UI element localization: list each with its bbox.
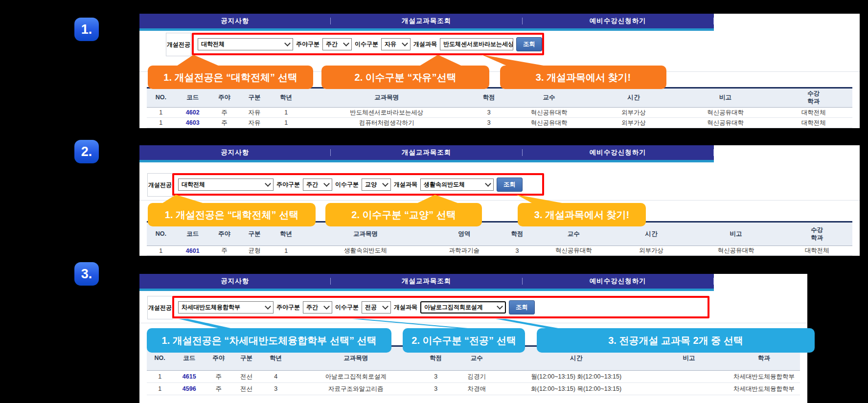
selected-option: 반도체센서로바라보는세상 [443, 40, 513, 48]
chevron-down-icon [265, 180, 271, 187]
search-button[interactable]: 조회 [516, 37, 542, 51]
tab-notices[interactable]: 공지사항 [139, 274, 330, 289]
daynight-select[interactable]: 주간 [303, 179, 332, 191]
course-code-link[interactable]: 4601 [175, 246, 210, 256]
table-cell: 자료구조와알고리즘 [291, 383, 421, 395]
course-type-label: 이수구분 [355, 40, 378, 48]
column-header: 수강 학과 [782, 222, 852, 246]
search-button[interactable]: 조회 [497, 178, 523, 192]
tab-notices[interactable]: 공지사항 [139, 145, 330, 160]
table-cell: 1 [147, 371, 173, 383]
table-cell: 3 [261, 383, 291, 395]
table-cell: 전선 [232, 383, 261, 395]
course-type-select[interactable]: 자유 [381, 38, 411, 50]
daynight-select[interactable]: 주간 [303, 301, 332, 313]
table-cell: 차경애 [451, 383, 503, 395]
major-label: 개설전공 [166, 33, 191, 56]
column-header: 학점 [471, 88, 506, 108]
chevron-down-icon [402, 40, 408, 46]
table-cell: 혁신공유대학 [690, 246, 781, 256]
selected-option: 차세대반도체융합학부 [182, 303, 240, 312]
column-header: NO. [147, 88, 175, 108]
table-cell: 4 [261, 371, 291, 383]
table-cell: 혁신공유대학 [676, 118, 775, 128]
table-cell: 자유 [238, 118, 270, 128]
course-code-link[interactable]: 4603 [175, 118, 210, 128]
table-cell: 화(12:00~13:15) 목(12:00~13:15) [503, 383, 650, 395]
course-code-link[interactable]: 4615 [173, 371, 206, 383]
table-cell: 3 [471, 118, 506, 128]
red-highlight-box: 차세대반도체융합학부 주야구분 주간 이수구분 전공 개설과목 아날로그집적회로… [172, 296, 709, 318]
search-button[interactable]: 조회 [509, 300, 535, 314]
tab-notices[interactable]: 공지사항 [139, 14, 330, 28]
table-cell: 주 [210, 108, 239, 118]
selected-option: 생활속의반도체 [424, 180, 465, 189]
nav-tabs: 공지사항 개설교과목조회 예비수강신청하기 [139, 274, 714, 289]
course-code-link[interactable]: 4602 [175, 108, 210, 118]
tab-pre-registration[interactable]: 예비수강신청하기 [523, 14, 713, 28]
tab-course-search[interactable]: 개설교과목조회 [331, 14, 522, 28]
chevron-down-icon [265, 303, 271, 310]
table-cell: 과학과기술 [429, 246, 500, 256]
course-type-label: 이수구분 [335, 180, 359, 189]
subject-select[interactable]: 반도체센서로바라보는세상 [440, 38, 513, 50]
table-cell: 혁신공유대학 [506, 108, 591, 118]
subject-select[interactable]: 생활속의반도체 [420, 179, 494, 191]
table-cell: 김경기 [451, 371, 503, 383]
table-header-row: NO.코드주야구분학년교과목명학점교수시간비고수강 학과 [147, 88, 852, 108]
tab-pre-registration[interactable]: 예비수강신청하기 [523, 274, 713, 289]
course-row: 14596주전선3자료구조와알고리즘3차경애화(12:00~13:15) 목(1… [147, 383, 800, 395]
subject-label: 개설과목 [394, 303, 417, 312]
daynight-select[interactable]: 주간 [322, 38, 352, 50]
table-cell: 차세대반도체융합학부 [728, 371, 800, 383]
step-badge-3: 3. [74, 262, 99, 286]
table-cell: 외부가상 [591, 108, 676, 118]
column-header: 수강 학과 [775, 88, 852, 108]
column-header: 구분 [238, 88, 270, 108]
table-cell: 컴퓨터처럼생각하기 [302, 118, 471, 128]
selected-option: 대학전체 [201, 40, 225, 48]
selected-option: 아날로그집적회로설계 [424, 303, 483, 312]
filter-bar: 개설전공 대학전체 주야구분 주간 이수구분 교양 개설과목 생활 [139, 162, 860, 201]
major-select[interactable]: 대학전체 [178, 179, 274, 191]
table-cell: 전선 [232, 371, 261, 383]
chevron-down-icon [323, 180, 330, 187]
course-type-select[interactable]: 교양 [362, 179, 391, 191]
course-table: NO.코드주야구분학년교과목명학점교수시간비고수강 학과14602주자유1반도체… [147, 87, 852, 128]
tab-course-search[interactable]: 개설교과목조회 [331, 274, 522, 289]
chevron-down-icon [497, 303, 503, 310]
course-code-link[interactable]: 4596 [173, 383, 206, 395]
callout-step-2: 2. 이수구분 “전공” 선택 [403, 328, 525, 353]
major-select[interactable]: 대학전체 [198, 38, 293, 50]
tab-course-search[interactable]: 개설교과목조회 [331, 145, 522, 160]
callout-step-3: 3. 전공개설 교과목 2개 중 선택 [537, 328, 815, 353]
course-search-panel-3: 공지사항 개설교과목조회 예비수강신청하기 개설전공 차세대반도체융합학부 주야… [139, 274, 807, 403]
step-badge-1: 1. [74, 18, 99, 41]
table-cell: 3 [471, 108, 506, 118]
table-cell: 대학전체 [775, 118, 852, 128]
table-cell: 대학전체 [782, 246, 852, 256]
table-cell: 3 [421, 383, 451, 395]
nav-tabs: 공지사항 개설교과목조회 예비수강신청하기 [139, 14, 714, 28]
red-highlight-box: 대학전체 주야구분 주간 이수구분 자유 개설과목 반도체센서로바라보는세상 [192, 33, 544, 55]
major-select[interactable]: 차세대반도체융합학부 [178, 301, 274, 313]
tab-separator [713, 18, 714, 24]
table-cell: 월(12:00~13:15) 화(12:00~13:15) [503, 371, 650, 383]
table-cell: 1 [270, 246, 302, 256]
selected-option: 자유 [385, 40, 396, 48]
course-row: 14602주자유1반도체센서로바라보는세상3혁신공유대학외부가상혁신공유대학대학… [147, 108, 852, 118]
tab-pre-registration[interactable]: 예비수강신청하기 [523, 145, 713, 160]
major-label: 개설전공 [147, 296, 173, 319]
selected-option: 전공 [365, 303, 377, 312]
chevron-down-icon [382, 180, 388, 187]
course-type-select[interactable]: 전공 [362, 301, 391, 313]
callout-step-2: 2. 이수구분 “자유”선택 [321, 66, 489, 89]
course-type-label: 이수구분 [335, 303, 359, 312]
table-cell: 주 [210, 118, 239, 128]
daynight-label: 주야구분 [276, 180, 300, 189]
callout-step-2: 2. 이수구분 “교양” 선택 [325, 203, 482, 226]
subject-select[interactable]: 아날로그집적회로설계 [420, 301, 506, 313]
major-label: 개설전공 [147, 173, 173, 197]
table-cell: 외부가상 [591, 118, 676, 128]
tab-separator [713, 278, 714, 285]
